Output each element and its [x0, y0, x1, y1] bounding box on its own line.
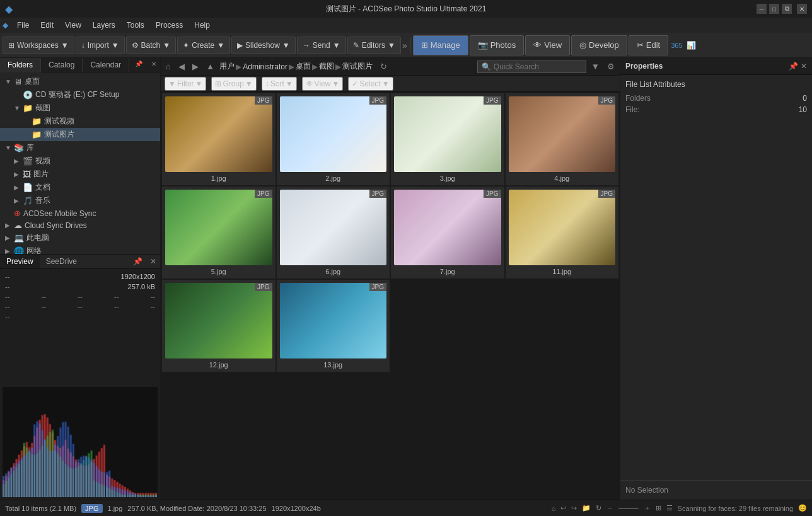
- tree-label-desktop: 桌面: [25, 76, 40, 87]
- preview-tabs: Preview SeeDrive 📌 ✕: [0, 255, 160, 269]
- zoom-out-icon[interactable]: －: [606, 503, 613, 513]
- tree-item-cd[interactable]: 💿 CD 驱动器 (E:) CF Setup: [0, 88, 160, 101]
- filter-toggle-button[interactable]: ⚙: [605, 60, 617, 72]
- thumbnail-item-13.jpg[interactable]: JPG13.jpg: [277, 280, 390, 372]
- close-button[interactable]: ✕: [797, 4, 807, 14]
- home-button[interactable]: ⌂: [163, 60, 173, 72]
- thumbnail-item-3.jpg[interactable]: JPG3.jpg: [391, 93, 504, 185]
- tab-catalog[interactable]: Catalog: [41, 58, 83, 72]
- view-filter-button[interactable]: 👁 View ▼: [302, 77, 344, 91]
- edit-button[interactable]: ✂ Edit: [629, 35, 668, 55]
- bread-item-1[interactable]: 用户: [219, 61, 235, 72]
- thumbnail-item-2.jpg[interactable]: JPG2.jpg: [277, 93, 390, 185]
- mobile-sync-icon: ⊕: [14, 209, 21, 218]
- menu-layers[interactable]: Layers: [88, 20, 120, 31]
- tree-label-mobile: ACDSee Mobile Sync: [23, 209, 96, 218]
- tree-item-photos[interactable]: ▶ 🖼 图片: [0, 168, 160, 181]
- thumbnail-item-7.jpg[interactable]: JPG7.jpg: [391, 186, 504, 278]
- zoom-slider[interactable]: ────: [618, 505, 638, 512]
- tree-item-mobile-sync[interactable]: ⊕ ACDSee Mobile Sync: [0, 207, 160, 219]
- bread-item-5[interactable]: 测试图片: [342, 61, 373, 72]
- toolbar: ⊞ Workspaces ▼ ↓ Import ▼ ⚙ Batch ▼ ✦ Cr…: [0, 33, 812, 58]
- menu-file[interactable]: File: [12, 20, 34, 31]
- view-mode-1-icon[interactable]: ⊞: [656, 504, 661, 512]
- props-close-icon[interactable]: ✕: [801, 62, 807, 71]
- tree-item-testvideo[interactable]: 📁 测试视频: [0, 115, 160, 128]
- props-pin-icon[interactable]: 📌: [789, 62, 798, 71]
- import-button[interactable]: ↓ Import ▼: [76, 37, 125, 54]
- tab-calendar[interactable]: Calendar: [83, 58, 129, 72]
- restore-button[interactable]: ⧉: [782, 4, 792, 14]
- search-input[interactable]: [494, 62, 582, 71]
- folders-value: 0: [803, 94, 807, 103]
- filter-button[interactable]: ▼ Filter ▼: [165, 77, 206, 91]
- menu-view[interactable]: View: [60, 20, 86, 31]
- preview-pin-icon[interactable]: 📌: [129, 255, 146, 268]
- preview-resolution: 1920x1200: [121, 273, 155, 280]
- panel-close-icon[interactable]: ✕: [148, 58, 160, 72]
- tree-item-library[interactable]: ▼ 📚 库: [0, 141, 160, 154]
- create-button[interactable]: ✦ Create ▼: [177, 37, 230, 54]
- thumbnail-item-11.jpg[interactable]: JPG11.jpg: [506, 186, 619, 278]
- preview-tab-seedrive[interactable]: SeeDrive: [40, 255, 83, 268]
- tab-folders[interactable]: Folders: [0, 58, 41, 72]
- tree-item-docs[interactable]: ▶ 📄 文档: [0, 181, 160, 194]
- thumbnail-item-5.jpg[interactable]: JPG5.jpg: [162, 186, 276, 278]
- status-redo-icon[interactable]: ↪: [571, 504, 577, 512]
- forward-button[interactable]: ▶: [190, 60, 201, 72]
- status-undo-icon[interactable]: ↩: [560, 504, 566, 512]
- thumbnail-item-4.jpg[interactable]: JPG4.jpg: [506, 93, 619, 185]
- up-button[interactable]: ▲: [204, 60, 217, 72]
- thumbnail-badge: JPG: [255, 96, 272, 105]
- minimize-button[interactable]: ─: [757, 4, 767, 14]
- view-mode-2-icon[interactable]: ☰: [666, 504, 673, 512]
- menu-tools[interactable]: Tools: [122, 20, 149, 31]
- status-refresh-icon[interactable]: ↻: [596, 504, 601, 512]
- thumbnail-item-1.jpg[interactable]: JPG1.jpg: [162, 93, 276, 185]
- group-button[interactable]: ⊞ Group ▼: [211, 77, 256, 91]
- tree-item-screenshots[interactable]: ▼ 📁 截图: [0, 101, 160, 115]
- manage-button[interactable]: ⊞ Manage: [413, 35, 468, 55]
- workspaces-button[interactable]: ⊞ Workspaces ▼: [3, 37, 74, 54]
- window-controls[interactable]: ─ □ ⧉ ✕: [757, 4, 807, 14]
- send-button[interactable]: → Send ▼: [297, 37, 346, 54]
- menu-edit[interactable]: Edit: [35, 20, 59, 31]
- group-chevron: ▼: [245, 79, 253, 88]
- search-options-button[interactable]: ▼: [589, 60, 602, 72]
- refresh-button[interactable]: ↻: [378, 60, 390, 72]
- tree-item-music[interactable]: ▶ 🎵 音乐: [0, 194, 160, 207]
- tree-item-network[interactable]: ▶ 🌐 网络: [0, 244, 160, 254]
- sort-button[interactable]: ↕ Sort ▼: [262, 77, 297, 91]
- thumbnail-image: [509, 96, 616, 172]
- bread-item-4[interactable]: 截图: [319, 61, 334, 72]
- menu-process[interactable]: Process: [151, 20, 188, 31]
- tree-item-video[interactable]: ▶ 🎬 视频: [0, 154, 160, 168]
- status-folder-icon[interactable]: 📁: [582, 504, 591, 512]
- tree-item-testpic[interactable]: 📁 测试图片: [0, 128, 160, 141]
- tree-item-desktop[interactable]: ▼ 🖥 桌面: [0, 75, 160, 88]
- tree-item-cloud-sync[interactable]: ▶ ☁ Cloud Sync Drives: [0, 219, 160, 231]
- tree-item-mypc[interactable]: ▶ 💻 此电脑: [0, 231, 160, 244]
- batch-button[interactable]: ⚙ Batch ▼: [126, 37, 177, 54]
- editors-button[interactable]: ✎ Editors ▼: [347, 37, 401, 54]
- thumbnail-badge: JPG: [369, 96, 386, 105]
- develop-button[interactable]: ◎ Develop: [571, 35, 627, 55]
- thumbnail-item-12.jpg[interactable]: JPG12.jpg: [162, 280, 276, 372]
- back-button[interactable]: ◀: [176, 60, 187, 72]
- zoom-in-icon[interactable]: ＋: [644, 503, 651, 513]
- menu-help[interactable]: Help: [189, 20, 215, 31]
- view-button[interactable]: 👁 View: [525, 35, 570, 55]
- panel-pin-icon[interactable]: 📌: [131, 58, 146, 72]
- bread-item-3[interactable]: 桌面: [296, 61, 311, 72]
- photos-button[interactable]: 📷 Photos: [470, 35, 524, 55]
- maximize-button[interactable]: □: [769, 4, 779, 14]
- preview-close-icon[interactable]: ✕: [146, 255, 160, 268]
- app-icon: ◆: [5, 3, 13, 15]
- thumbnail-item-6.jpg[interactable]: JPG6.jpg: [277, 186, 390, 278]
- preview-tab-preview[interactable]: Preview: [0, 255, 40, 268]
- bread-item-2[interactable]: Administrator: [243, 62, 287, 71]
- develop-icon: ◎: [579, 40, 586, 50]
- select-button[interactable]: ✓ Select ▼: [348, 77, 393, 91]
- status-home-icon[interactable]: ⌂: [552, 505, 556, 512]
- slideshow-button[interactable]: ▶ Slideshow ▼: [231, 37, 296, 54]
